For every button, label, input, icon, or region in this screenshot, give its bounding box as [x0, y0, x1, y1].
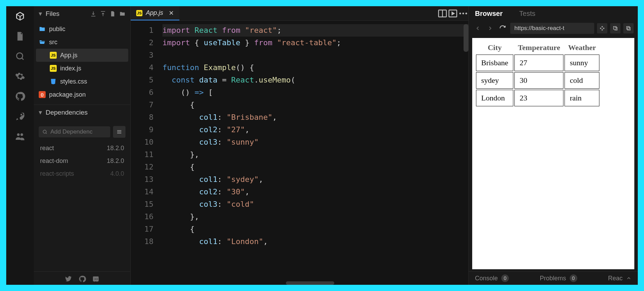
dep-version: 18.2.0 — [107, 157, 124, 165]
code-line: col2: "30", — [162, 186, 468, 198]
browser-toolbar: https://basic-react-t — [469, 21, 638, 36]
line-number: 13 — [131, 173, 153, 186]
settings-icon[interactable] — [15, 71, 25, 81]
folder-open-icon — [39, 39, 46, 46]
problems-label[interactable]: Problems — [540, 275, 566, 282]
console-bar: Console 0 Problems 0 Reac — [469, 271, 638, 285]
preview-tabs: Browser Tests — [469, 6, 638, 21]
github-icon[interactable] — [78, 275, 86, 283]
tree-row-package-json[interactable]: {}package.json — [34, 88, 130, 101]
tree-row-styles-css[interactable]: styles.css — [34, 75, 130, 88]
line-gutter: 123456789101112131415161718 — [131, 21, 160, 285]
editor-tabs: JS App.js ✕ — [131, 6, 468, 21]
css-icon — [50, 78, 57, 85]
copy-icon[interactable] — [623, 23, 634, 33]
dep-version: 4.0.0 — [110, 170, 124, 177]
code-line: { — [162, 161, 468, 173]
browser-viewport[interactable]: CityTemperatureWeatherBrisbane27sunnysyd… — [472, 38, 634, 269]
url-field[interactable]: https://basic-react-t — [510, 23, 594, 34]
table-header: Weather — [564, 42, 599, 54]
tree-label: styles.css — [60, 78, 87, 85]
twitter-icon[interactable] — [65, 275, 72, 283]
files-header[interactable]: ▾ Files — [34, 6, 130, 21]
upload-icon[interactable] — [100, 11, 106, 17]
sidebar: ▾ Files publicsrcJSApp.jsJSindex.jsstyle… — [34, 6, 131, 285]
code-line: function Example() { — [162, 61, 468, 74]
js-icon: JS — [50, 65, 57, 72]
split-editor-icon[interactable] — [437, 8, 448, 19]
tab-tests[interactable]: Tests — [519, 10, 535, 18]
code-line: col1: "Brisbane", — [162, 111, 468, 124]
tree-row-index-js[interactable]: JSindex.js — [34, 62, 130, 75]
line-number: 7 — [131, 99, 153, 111]
new-window-icon[interactable] — [610, 23, 620, 33]
editor-pane: JS App.js ✕ 123456789101112131415161718 … — [131, 6, 468, 285]
file-icon[interactable] — [15, 31, 25, 41]
svg-point-0 — [17, 53, 23, 59]
tab-app-js[interactable]: JS App.js ✕ — [131, 6, 179, 20]
users-icon[interactable] — [15, 131, 25, 142]
discord-icon[interactable] — [92, 275, 100, 283]
horizontal-scrollbar[interactable] — [286, 281, 334, 285]
tree-label: index.js — [60, 65, 81, 72]
more-icon[interactable] — [458, 8, 468, 19]
expand-icon[interactable] — [597, 23, 607, 33]
tab-browser[interactable]: Browser — [475, 10, 503, 18]
tree-label: App.js — [60, 52, 77, 59]
table-row: Brisbane27sunny — [476, 55, 599, 71]
folder-icon — [39, 26, 46, 32]
svg-rect-9 — [627, 27, 629, 29]
download-icon[interactable] — [90, 11, 96, 17]
dep-row-react-scripts[interactable]: react-scripts4.0.0 — [34, 167, 130, 180]
line-number: 4 — [131, 61, 153, 74]
vertical-scrollbar[interactable] — [464, 24, 468, 52]
code-line: import React from "react"; — [162, 24, 468, 37]
tree-row-src[interactable]: src — [34, 36, 130, 49]
json-icon: {} — [39, 91, 46, 98]
dep-row-react[interactable]: react18.2.0 — [34, 142, 130, 155]
dep-name: react — [40, 145, 54, 152]
tree-row-App-js[interactable]: JSApp.js — [36, 49, 128, 62]
table-cell: Brisbane — [476, 55, 513, 71]
deps-header[interactable]: ▾ Dependencies — [34, 105, 130, 120]
add-dependency-search[interactable] — [39, 126, 110, 137]
app-root: ▾ Files publicsrcJSApp.jsJSindex.jsstyle… — [6, 6, 638, 285]
code-content[interactable]: import React from "react";import { useTa… — [160, 21, 468, 285]
box-icon[interactable] — [15, 11, 25, 21]
code-line: col3: "cold" — [162, 198, 468, 211]
chevron-up-icon[interactable] — [626, 275, 632, 281]
preview-icon[interactable] — [448, 8, 458, 19]
code-line: }, — [162, 211, 468, 223]
new-folder-icon[interactable] — [119, 11, 125, 17]
tree-row-public[interactable]: public — [34, 22, 130, 36]
tree-label: src — [49, 39, 57, 46]
line-number: 1 — [131, 24, 153, 37]
line-number: 18 — [131, 235, 153, 248]
console-badge: 0 — [501, 274, 509, 282]
forward-icon[interactable] — [485, 23, 495, 33]
deps-title: Dependencies — [46, 109, 87, 116]
console-label[interactable]: Console — [475, 275, 498, 282]
table-row: London23rain — [476, 90, 599, 106]
search-icon — [42, 129, 48, 135]
chevron-down-icon: ▾ — [39, 10, 42, 18]
code-area[interactable]: 123456789101112131415161718 import React… — [131, 21, 468, 285]
js-icon: JS — [50, 52, 57, 59]
github-icon[interactable] — [15, 91, 25, 101]
rocket-icon[interactable] — [15, 111, 25, 122]
search-icon[interactable] — [15, 51, 25, 61]
new-file-icon[interactable] — [110, 11, 116, 17]
reload-icon[interactable] — [498, 23, 507, 33]
close-icon[interactable]: ✕ — [169, 9, 174, 17]
add-dependency-input[interactable] — [50, 128, 107, 135]
svg-rect-7 — [614, 27, 616, 29]
code-line: { — [162, 99, 468, 111]
back-icon[interactable] — [473, 23, 483, 33]
dep-row-react-dom[interactable]: react-dom18.2.0 — [34, 155, 130, 167]
deps-panel: react18.2.0react-dom18.2.0react-scripts4… — [34, 120, 130, 271]
activity-bar — [6, 6, 34, 285]
line-number: 5 — [131, 74, 153, 86]
code-line: { — [162, 223, 468, 235]
deps-menu-button[interactable] — [113, 126, 125, 138]
table-cell: London — [476, 90, 513, 106]
